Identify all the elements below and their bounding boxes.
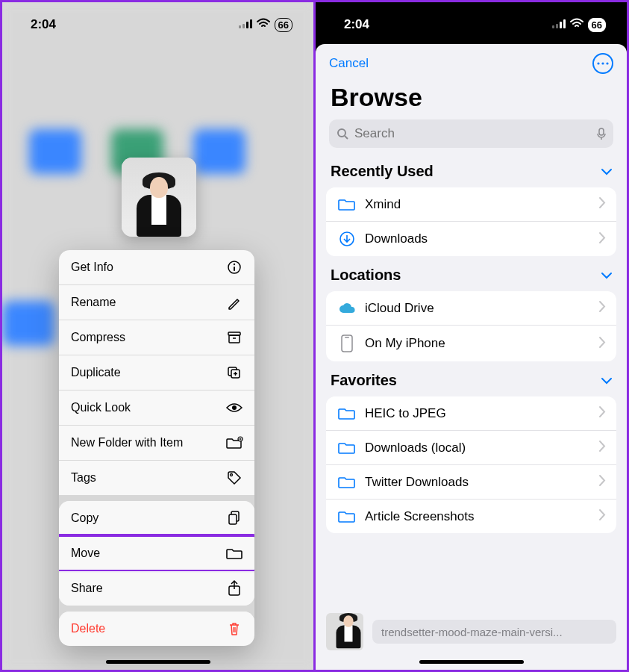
chevron-down-icon xyxy=(601,373,612,388)
menu-item-delete[interactable]: Delete xyxy=(59,612,254,646)
status-bar: 2:04 66 xyxy=(316,2,627,40)
selected-file-preview xyxy=(122,158,196,237)
svg-point-5 xyxy=(234,264,235,265)
copy-pages-icon xyxy=(226,510,242,526)
row-label: HEIC to JPEG xyxy=(357,406,599,421)
selected-file-bar: trendsetter-mood-maze-main-versi... xyxy=(326,613,616,650)
cancel-button[interactable]: Cancel xyxy=(329,56,369,71)
menu-item-compress[interactable]: Compress xyxy=(59,320,254,355)
section-header-locations[interactable]: Locations xyxy=(316,262,627,288)
location-row-article-screenshots[interactable]: Article Screenshots xyxy=(326,500,616,533)
svg-point-24 xyxy=(338,129,345,137)
svg-rect-28 xyxy=(345,337,349,338)
section-header-favorites[interactable]: Favorites xyxy=(316,367,627,393)
right-screenshot: 2:04 66 Cancel Browse xyxy=(316,2,627,670)
svg-point-11 xyxy=(232,405,237,410)
location-row-on-my-iphone[interactable]: On My iPhone xyxy=(326,326,616,361)
row-label: Xmind xyxy=(357,197,599,212)
menu-item-label: Compress xyxy=(71,331,125,344)
signal-icon xyxy=(552,17,566,32)
share-icon xyxy=(226,580,242,597)
row-label: Twitter Downloads xyxy=(357,475,599,490)
page-title: Browse xyxy=(316,77,627,119)
search-icon xyxy=(337,128,348,140)
svg-rect-18 xyxy=(556,24,558,28)
svg-rect-1 xyxy=(242,24,245,28)
battery-indicator: 66 xyxy=(588,18,606,32)
chevron-right-icon xyxy=(599,440,606,455)
row-label: Downloads (local) xyxy=(357,441,599,455)
menu-item-copy[interactable]: Copy xyxy=(59,501,254,536)
row-label: On My iPhone xyxy=(357,336,599,351)
section-title: Locations xyxy=(331,267,401,284)
menu-item-label: Delete xyxy=(71,622,105,635)
status-indicators: 66 xyxy=(239,17,292,32)
menu-item-rename[interactable]: Rename xyxy=(59,285,254,320)
info-circle-icon xyxy=(226,259,242,276)
more-options-button[interactable] xyxy=(592,53,613,74)
row-label: iCloud Drive xyxy=(357,301,599,316)
svg-point-23 xyxy=(606,62,608,64)
menu-item-new-folder-with-item[interactable]: New Folder with Item xyxy=(59,426,254,461)
svg-point-21 xyxy=(597,62,599,64)
search-field[interactable] xyxy=(329,119,613,148)
chevron-right-icon xyxy=(599,300,606,316)
menu-item-move[interactable]: Move xyxy=(59,536,254,571)
chevron-right-icon xyxy=(599,474,606,490)
home-indicator xyxy=(419,660,524,664)
svg-rect-19 xyxy=(560,22,562,28)
chevron-right-icon xyxy=(599,405,606,421)
battery-indicator: 66 xyxy=(275,18,292,32)
svg-rect-2 xyxy=(246,22,248,28)
menu-item-label: Copy xyxy=(71,511,98,525)
cloud-icon xyxy=(337,302,357,315)
menu-item-label: Duplicate xyxy=(71,366,121,379)
search-input[interactable] xyxy=(354,126,591,141)
status-bar: 2:04 66 xyxy=(2,2,313,40)
ellipsis-icon xyxy=(597,62,609,65)
chevron-right-icon xyxy=(599,336,606,352)
location-row-downloads-(local)[interactable]: Downloads (local) xyxy=(326,431,616,465)
menu-item-tags[interactable]: Tags xyxy=(59,461,254,495)
menu-item-label: Rename xyxy=(71,296,116,309)
menu-item-get-info[interactable]: Get Info xyxy=(59,250,254,285)
trash-icon xyxy=(226,620,242,637)
menu-item-label: Move xyxy=(71,547,100,560)
svg-rect-6 xyxy=(234,267,235,271)
menu-item-duplicate[interactable]: Duplicate xyxy=(59,355,254,391)
status-time: 2:04 xyxy=(31,17,56,32)
svg-rect-25 xyxy=(599,128,604,135)
location-row-downloads[interactable]: Downloads xyxy=(326,222,616,256)
section-header-recently-used[interactable]: Recently Used xyxy=(316,158,627,184)
section-title: Favorites xyxy=(331,372,397,389)
svg-rect-8 xyxy=(229,335,240,343)
chevron-right-icon xyxy=(599,231,606,247)
menu-item-quick-look[interactable]: Quick Look xyxy=(59,391,254,426)
microphone-icon[interactable] xyxy=(597,128,606,140)
folder-plus-icon xyxy=(226,435,242,451)
chevron-down-icon xyxy=(601,267,612,283)
pencil-icon xyxy=(226,294,242,311)
svg-point-13 xyxy=(231,474,233,476)
folder-outline-icon xyxy=(337,406,357,421)
location-row-xmind[interactable]: Xmind xyxy=(326,187,616,222)
tag-icon xyxy=(226,470,242,486)
location-row-twitter-downloads[interactable]: Twitter Downloads xyxy=(326,465,616,500)
archive-box-icon xyxy=(226,329,242,346)
folder-icon xyxy=(226,545,242,561)
folder-outline-icon xyxy=(337,475,357,490)
left-screenshot: 2:04 66 Get Info xyxy=(2,2,313,670)
row-label: Downloads xyxy=(357,231,599,246)
location-row-heic-to-jpeg[interactable]: HEIC to JPEG xyxy=(326,396,616,431)
location-row-icloud-drive[interactable]: iCloud Drive xyxy=(326,291,616,326)
context-menu: Get InfoRenameCompressDuplicateQuick Loo… xyxy=(59,250,254,646)
menu-item-label: Tags xyxy=(71,471,96,485)
menu-item-label: Share xyxy=(71,582,103,595)
menu-item-share[interactable]: Share xyxy=(59,571,254,606)
chevron-right-icon xyxy=(599,196,606,212)
home-indicator xyxy=(106,660,210,664)
menu-item-label: Get Info xyxy=(71,261,113,274)
wifi-icon xyxy=(570,17,583,32)
wifi-icon xyxy=(257,17,270,32)
status-time: 2:04 xyxy=(344,17,369,32)
